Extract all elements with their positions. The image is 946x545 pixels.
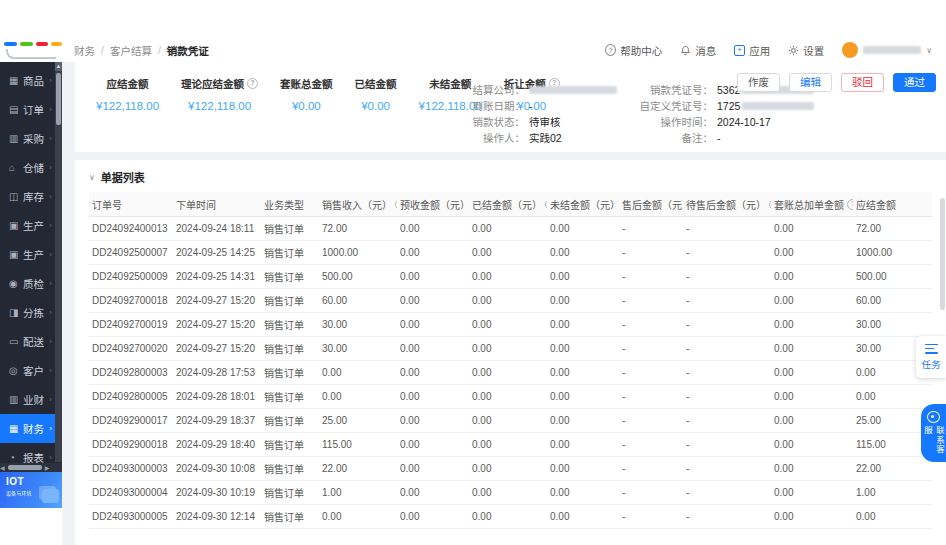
sidebar-item-label: 订单 — [23, 102, 44, 117]
nav-消息[interactable]: 消息 — [680, 43, 716, 58]
编辑-button[interactable]: 编辑 — [789, 73, 832, 92]
sidebar-item-生产[interactable]: ▣生产› — [0, 240, 55, 269]
table-cell: 销售订单 — [261, 217, 319, 241]
table-row[interactable]: DD240930000042024-09-30 10:19销售订单1.000.0… — [89, 481, 932, 505]
collapse-icon[interactable]: ∨ — [89, 173, 95, 182]
table-row[interactable]: DD240927000192024-09-27 15:20销售订单30.000.… — [89, 313, 932, 337]
col-header-销售收入（元）[interactable]: 销售收入（元）? — [319, 192, 397, 217]
col-header-下单时间[interactable]: 下单时间 — [173, 192, 261, 217]
scroll-right-icon[interactable]: ▶ — [45, 464, 50, 471]
table-cell: - — [683, 481, 771, 505]
col-header-套账总加单金额[interactable]: 套账总加单金额? — [771, 192, 853, 217]
作废-button[interactable]: 作废 — [737, 73, 780, 92]
table-cell: 2024-09-27 15:20 — [173, 313, 261, 337]
col-header-未结金额（元）[interactable]: 未结金额（元）? — [547, 192, 619, 217]
help-icon[interactable]: ? — [847, 199, 853, 210]
col-header-预收金额（元）[interactable]: 预收金额（元）? — [397, 192, 469, 217]
breadcrumb-item[interactable]: 财务 — [74, 43, 95, 58]
info-label: 操作时间： — [635, 114, 713, 129]
sidebar-item-质检[interactable]: ◉质检› — [0, 269, 55, 298]
sidebar-item-订单[interactable]: ▤订单› — [0, 95, 55, 124]
table-cell: 0.00 — [547, 217, 619, 241]
table-row[interactable]: DD240925000072024-09-25 14:25销售订单1000.00… — [89, 241, 932, 265]
nav-设置[interactable]: 设置 — [788, 43, 824, 58]
sorting-icon: ◨ — [9, 307, 21, 318]
table-row[interactable]: DD240925000092024-09-25 14:31销售订单500.000… — [89, 265, 932, 289]
table-cell: 销售订单 — [261, 409, 319, 433]
nav-label: 设置 — [803, 43, 824, 58]
table-row[interactable]: DD240929000172024-09-29 18:37销售订单25.000.… — [89, 409, 932, 433]
table-cell: 销售订单 — [261, 265, 319, 289]
col-header-已结金额（元）[interactable]: 已结金额（元）? — [469, 192, 547, 217]
col-header-应结金额[interactable]: 应结金额 — [853, 192, 932, 217]
通过-button[interactable]: 通过 — [893, 73, 936, 92]
table-cell: 30.00 — [853, 313, 932, 337]
sidebar-item-生产[interactable]: ▣生产› — [0, 211, 55, 240]
production-icon: ▣ — [9, 249, 21, 260]
sidebar-scroll-thumb[interactable] — [56, 73, 61, 125]
biz-finance-icon: ▥ — [9, 394, 21, 405]
nav-应用[interactable]: +应用 — [734, 43, 770, 58]
table-cell: 2024-09-28 18:01 — [173, 385, 261, 409]
table-row[interactable]: DD240928000032024-09-28 17:53销售订单0.000.0… — [89, 361, 932, 385]
help-icon[interactable]: ? — [395, 199, 397, 210]
table-row[interactable]: DD240929000182024-09-29 18:40销售订单115.000… — [89, 433, 932, 457]
sidebar-item-财务[interactable]: ▦财务› — [0, 414, 55, 443]
sidebar-hscroll-thumb[interactable] — [8, 465, 42, 470]
breadcrumb-item[interactable]: 客户结算 — [110, 43, 152, 58]
table-cell: 2024-09-30 10:08 — [173, 457, 261, 481]
驳回-button[interactable]: 驳回 — [841, 73, 884, 92]
sidebar-item-分拣[interactable]: ◨分拣› — [0, 298, 55, 327]
scroll-up-icon[interactable]: ▲ — [55, 62, 62, 71]
sidebar-item-仓储[interactable]: ⌂仓储› — [0, 153, 55, 182]
user-menu[interactable]: ∨ — [842, 42, 932, 58]
table-row[interactable]: DD240927000202024-09-27 15:20销售订单30.000.… — [89, 337, 932, 361]
sidebar-item-库存[interactable]: ◫库存› — [0, 182, 55, 211]
tasks-floating-button[interactable]: 任务 — [916, 336, 946, 378]
avatar[interactable] — [842, 42, 858, 58]
info-row-销款状态: 销款状态：待审核 — [463, 116, 617, 127]
table-cell: - — [619, 217, 683, 241]
sidebar-item-业财[interactable]: ▥业财› — [0, 385, 55, 414]
apps-icon: + — [734, 45, 745, 56]
customer-service-floating-button[interactable]: 联系客服 — [921, 404, 946, 462]
sidebar-item-商品[interactable]: ▦商品› — [0, 66, 55, 95]
nav-帮助中心[interactable]: ?帮助中心 — [605, 43, 662, 58]
chevron-down-icon: ∨ — [926, 46, 932, 55]
table-row[interactable]: DD240924000132024-09-24 18:11销售订单72.000.… — [89, 217, 932, 241]
order-number-cell: DD24092700020 — [89, 337, 173, 361]
table-cell: 25.00 — [319, 409, 397, 433]
help-icon[interactable]: ? — [545, 199, 547, 210]
col-header-售后金额（元）[interactable]: 售后金额（元）? — [619, 192, 683, 217]
help-icon[interactable]: ? — [247, 78, 258, 89]
table-row[interactable]: DD240927000182024-09-27 15:20销售订单60.000.… — [89, 289, 932, 313]
table-row[interactable]: DD240930000032024-09-30 10:08销售订单22.000.… — [89, 457, 932, 481]
table-cell: 2024-09-27 15:20 — [173, 337, 261, 361]
chevron-right-icon: › — [49, 366, 52, 375]
table-row[interactable]: DD240928000052024-09-28 18:01销售订单0.000.0… — [89, 385, 932, 409]
main-content: 应结金额¥122,118.00理论应结金额?¥122,118.00套账总金额¥0… — [62, 62, 946, 545]
sidebar-item-配送[interactable]: ▭配送› — [0, 327, 55, 356]
app-window: 财务/客户结算/销款凭证 ?帮助中心消息+应用设置∨ ▦商品›▤订单›▥采购›⌂… — [0, 0, 946, 545]
info-label: 销款状态： — [463, 114, 525, 129]
scroll-left-icon[interactable]: ◀ — [0, 464, 5, 471]
table-cell: 销售订单 — [261, 481, 319, 505]
order-number-cell: DD24092400013 — [89, 217, 173, 241]
col-header-待售后金额（元）[interactable]: 待售后金额（元）? — [683, 192, 771, 217]
col-header-业务类型[interactable]: 业务类型 — [261, 192, 319, 217]
documents-panel-header[interactable]: ∨ 单据列表 — [75, 160, 946, 192]
sidebar-vertical-scrollbar[interactable]: ▲ — [55, 62, 62, 462]
sidebar-horizontal-scrollbar[interactable]: ◀ ▶ — [0, 463, 62, 472]
help-icon[interactable]: ? — [769, 199, 771, 210]
col-header-订单号[interactable]: 订单号 — [89, 192, 173, 217]
table-cell: - — [683, 265, 771, 289]
sidebar-item-客户[interactable]: ◎客户› — [0, 356, 55, 385]
info-label: 自定义凭证号： — [635, 98, 713, 113]
table-cell: 0.00 — [547, 385, 619, 409]
sidebar-item-采购[interactable]: ▥采购› — [0, 124, 55, 153]
nav-label: 帮助中心 — [620, 43, 662, 58]
breadcrumb-item[interactable]: 销款凭证 — [167, 43, 209, 58]
iot-banner[interactable]: IOT 设备与环境 — [0, 472, 62, 508]
table-row[interactable]: DD240930000052024-09-30 12:14销售订单0.000.0… — [89, 505, 932, 529]
page-scrollbar-thumb[interactable] — [940, 198, 945, 310]
